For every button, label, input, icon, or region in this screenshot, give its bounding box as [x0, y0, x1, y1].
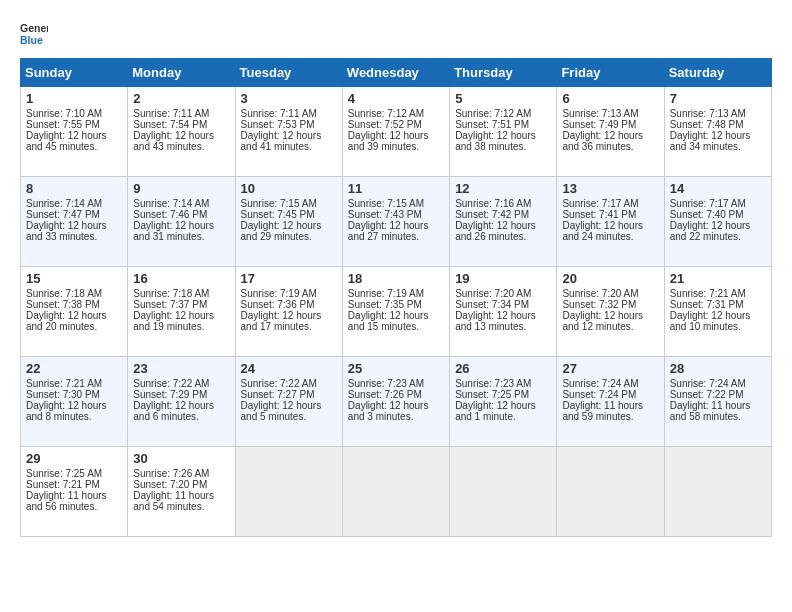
- day-number: 10: [241, 181, 337, 196]
- calendar-header-row: SundayMondayTuesdayWednesdayThursdayFrid…: [21, 59, 772, 87]
- day-number: 11: [348, 181, 444, 196]
- calendar-cell: 3Sunrise: 7:11 AMSunset: 7:53 PMDaylight…: [235, 87, 342, 177]
- day-number: 19: [455, 271, 551, 286]
- day-number: 7: [670, 91, 766, 106]
- day-info: Sunrise: 7:19 AM: [241, 288, 337, 299]
- day-info: Sunrise: 7:11 AM: [241, 108, 337, 119]
- day-info: Sunset: 7:40 PM: [670, 209, 766, 220]
- day-info: Sunrise: 7:14 AM: [26, 198, 122, 209]
- day-info: Daylight: 12 hours: [455, 310, 551, 321]
- day-info: Sunrise: 7:20 AM: [455, 288, 551, 299]
- day-info: and 36 minutes.: [562, 141, 658, 152]
- day-info: Sunrise: 7:10 AM: [26, 108, 122, 119]
- calendar-cell: 10Sunrise: 7:15 AMSunset: 7:45 PMDayligh…: [235, 177, 342, 267]
- day-number: 12: [455, 181, 551, 196]
- calendar-cell: 7Sunrise: 7:13 AMSunset: 7:48 PMDaylight…: [664, 87, 771, 177]
- calendar-cell: 26Sunrise: 7:23 AMSunset: 7:25 PMDayligh…: [450, 357, 557, 447]
- day-info: Sunrise: 7:17 AM: [562, 198, 658, 209]
- day-info: Sunrise: 7:22 AM: [241, 378, 337, 389]
- calendar-cell: 27Sunrise: 7:24 AMSunset: 7:24 PMDayligh…: [557, 357, 664, 447]
- calendar-cell: 4Sunrise: 7:12 AMSunset: 7:52 PMDaylight…: [342, 87, 449, 177]
- logo-icon: General Blue: [20, 20, 48, 48]
- day-info: and 31 minutes.: [133, 231, 229, 242]
- calendar-cell: [342, 447, 449, 537]
- calendar-cell: 24Sunrise: 7:22 AMSunset: 7:27 PMDayligh…: [235, 357, 342, 447]
- day-info: Sunrise: 7:26 AM: [133, 468, 229, 479]
- header-wednesday: Wednesday: [342, 59, 449, 87]
- day-info: Sunrise: 7:24 AM: [670, 378, 766, 389]
- day-info: Daylight: 12 hours: [26, 130, 122, 141]
- day-info: Sunrise: 7:17 AM: [670, 198, 766, 209]
- day-info: Sunset: 7:49 PM: [562, 119, 658, 130]
- day-info: and 12 minutes.: [562, 321, 658, 332]
- day-info: Sunset: 7:37 PM: [133, 299, 229, 310]
- day-number: 18: [348, 271, 444, 286]
- day-info: and 24 minutes.: [562, 231, 658, 242]
- day-info: and 15 minutes.: [348, 321, 444, 332]
- calendar-cell: 25Sunrise: 7:23 AMSunset: 7:26 PMDayligh…: [342, 357, 449, 447]
- day-info: Sunrise: 7:21 AM: [26, 378, 122, 389]
- calendar-cell: 29Sunrise: 7:25 AMSunset: 7:21 PMDayligh…: [21, 447, 128, 537]
- day-info: and 1 minute.: [455, 411, 551, 422]
- day-info: Daylight: 12 hours: [562, 130, 658, 141]
- day-info: Sunrise: 7:18 AM: [26, 288, 122, 299]
- day-info: Sunset: 7:45 PM: [241, 209, 337, 220]
- day-info: Sunset: 7:25 PM: [455, 389, 551, 400]
- day-number: 9: [133, 181, 229, 196]
- day-info: and 17 minutes.: [241, 321, 337, 332]
- day-number: 24: [241, 361, 337, 376]
- calendar-cell: 19Sunrise: 7:20 AMSunset: 7:34 PMDayligh…: [450, 267, 557, 357]
- day-info: Sunset: 7:27 PM: [241, 389, 337, 400]
- day-number: 13: [562, 181, 658, 196]
- day-info: Sunset: 7:32 PM: [562, 299, 658, 310]
- day-info: and 20 minutes.: [26, 321, 122, 332]
- day-number: 4: [348, 91, 444, 106]
- week-row-3: 15Sunrise: 7:18 AMSunset: 7:38 PMDayligh…: [21, 267, 772, 357]
- day-info: Daylight: 12 hours: [26, 400, 122, 411]
- header-saturday: Saturday: [664, 59, 771, 87]
- day-number: 29: [26, 451, 122, 466]
- day-number: 20: [562, 271, 658, 286]
- day-info: Daylight: 11 hours: [562, 400, 658, 411]
- week-row-1: 1Sunrise: 7:10 AMSunset: 7:55 PMDaylight…: [21, 87, 772, 177]
- day-info: Sunset: 7:48 PM: [670, 119, 766, 130]
- day-number: 3: [241, 91, 337, 106]
- day-number: 27: [562, 361, 658, 376]
- day-info: and 41 minutes.: [241, 141, 337, 152]
- day-info: Daylight: 11 hours: [133, 490, 229, 501]
- day-info: and 8 minutes.: [26, 411, 122, 422]
- day-info: Daylight: 12 hours: [348, 130, 444, 141]
- day-info: Sunset: 7:38 PM: [26, 299, 122, 310]
- day-info: Daylight: 12 hours: [562, 220, 658, 231]
- header-friday: Friday: [557, 59, 664, 87]
- day-info: and 56 minutes.: [26, 501, 122, 512]
- day-info: Sunrise: 7:11 AM: [133, 108, 229, 119]
- day-info: Sunset: 7:54 PM: [133, 119, 229, 130]
- day-number: 8: [26, 181, 122, 196]
- calendar-cell: 17Sunrise: 7:19 AMSunset: 7:36 PMDayligh…: [235, 267, 342, 357]
- day-number: 15: [26, 271, 122, 286]
- day-info: Sunset: 7:35 PM: [348, 299, 444, 310]
- day-info: and 39 minutes.: [348, 141, 444, 152]
- day-info: and 54 minutes.: [133, 501, 229, 512]
- calendar-cell: [450, 447, 557, 537]
- page-header: General Blue: [20, 20, 772, 48]
- day-number: 26: [455, 361, 551, 376]
- day-info: Sunrise: 7:14 AM: [133, 198, 229, 209]
- day-info: Sunrise: 7:12 AM: [348, 108, 444, 119]
- header-sunday: Sunday: [21, 59, 128, 87]
- day-info: Sunrise: 7:16 AM: [455, 198, 551, 209]
- day-info: and 19 minutes.: [133, 321, 229, 332]
- day-info: Sunset: 7:53 PM: [241, 119, 337, 130]
- calendar-cell: 8Sunrise: 7:14 AMSunset: 7:47 PMDaylight…: [21, 177, 128, 267]
- day-info: Sunrise: 7:23 AM: [455, 378, 551, 389]
- header-thursday: Thursday: [450, 59, 557, 87]
- day-number: 25: [348, 361, 444, 376]
- day-info: Daylight: 12 hours: [241, 400, 337, 411]
- day-info: Daylight: 12 hours: [670, 130, 766, 141]
- calendar-cell: 14Sunrise: 7:17 AMSunset: 7:40 PMDayligh…: [664, 177, 771, 267]
- calendar-cell: 12Sunrise: 7:16 AMSunset: 7:42 PMDayligh…: [450, 177, 557, 267]
- calendar-cell: 23Sunrise: 7:22 AMSunset: 7:29 PMDayligh…: [128, 357, 235, 447]
- day-info: Sunrise: 7:12 AM: [455, 108, 551, 119]
- day-info: Daylight: 11 hours: [26, 490, 122, 501]
